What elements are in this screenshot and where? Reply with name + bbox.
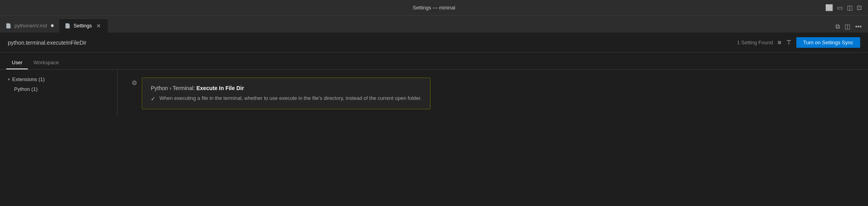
setting-count-label: 1 Setting Found — [737, 40, 773, 45]
turn-on-sync-button[interactable]: Turn on Settings Sync — [796, 37, 860, 48]
settings-search-input[interactable] — [8, 40, 737, 46]
tab-label: Settings — [74, 23, 92, 29]
sidebar-extensions-label: Extensions (1) — [12, 76, 45, 82]
search-bar-right: 1 Setting Found ≡ ⊤ Turn on Settings Syn… — [737, 37, 860, 48]
sidebar-python-label: Python (1) — [14, 86, 38, 92]
sidebar-item-extensions[interactable]: ▾ Extensions (1) — [0, 74, 117, 84]
tab-settings[interactable]: 📄 Settings ✕ — [59, 18, 108, 33]
settings-file-icon: 📄 — [65, 23, 71, 29]
search-bar: 1 Setting Found ≡ ⊤ Turn on Settings Syn… — [0, 33, 868, 52]
checkmark-icon: ✓ — [151, 96, 156, 102]
settings-scope-tabs: User Workspace — [0, 52, 868, 70]
setting-description-row: ✓ When executing a file in the terminal,… — [151, 95, 421, 102]
setting-title-strong: Execute In File Dir — [196, 85, 244, 91]
split-editor-right-icon[interactable]: ◫ — [844, 23, 850, 30]
customize-layout-icon[interactable]: ⊡ — [857, 4, 862, 11]
title-bar: Settings — mininal ⬜ ▭ ◫ ⊡ — [0, 0, 868, 16]
title-bar-controls: ⬜ ▭ ◫ ⊡ — [825, 4, 862, 11]
setting-gear-icon[interactable]: ⚙ — [130, 78, 139, 88]
tab-label: pythonenV.md — [14, 23, 47, 29]
settings-content: ⚙ Python › Terminal: Execute In File Dir… — [118, 70, 868, 117]
tab-close-button[interactable]: ✕ — [95, 22, 102, 29]
split-editor-icon[interactable]: ⬜ — [825, 4, 833, 11]
tab-pythonenV[interactable]: 📄 pythonenV.md — [0, 18, 59, 33]
tab-user[interactable]: User — [6, 56, 28, 69]
toggle-sidebar-icon[interactable]: ◫ — [847, 4, 853, 11]
setting-breadcrumb: Python › Terminal: — [151, 85, 195, 91]
more-actions-icon[interactable]: ••• — [855, 23, 862, 30]
setting-title: Python › Terminal: Execute In File Dir — [151, 85, 421, 91]
setting-gear-area: ⚙ — [125, 78, 139, 88]
tab-bar-right-actions: ⧉ ◫ ••• — [835, 23, 862, 30]
tab-bar: 📄 pythonenV.md 📄 Settings ✕ ⧉ ◫ ••• — [0, 16, 868, 33]
setting-description-text: When executing a file in the terminal, w… — [159, 95, 421, 101]
main-layout: ▾ Extensions (1) Python (1) ⚙ Python › T… — [0, 70, 868, 117]
window-title: Settings — mininal — [413, 5, 455, 11]
filter-settings-icon[interactable]: ⊤ — [786, 39, 792, 46]
open-editors-icon[interactable]: ⧉ — [835, 23, 840, 30]
chevron-down-icon: ▾ — [8, 77, 10, 81]
tab-workspace[interactable]: Workspace — [28, 56, 64, 69]
sort-icon[interactable]: ≡ — [778, 39, 781, 46]
file-icon: 📄 — [5, 23, 11, 29]
toggle-panel-icon[interactable]: ▭ — [837, 4, 843, 11]
sidebar-item-python[interactable]: Python (1) — [0, 84, 117, 94]
setting-card: Python › Terminal: Execute In File Dir ✓… — [142, 78, 430, 109]
settings-sidebar: ▾ Extensions (1) Python (1) — [0, 70, 118, 117]
dirty-indicator — [51, 24, 54, 27]
